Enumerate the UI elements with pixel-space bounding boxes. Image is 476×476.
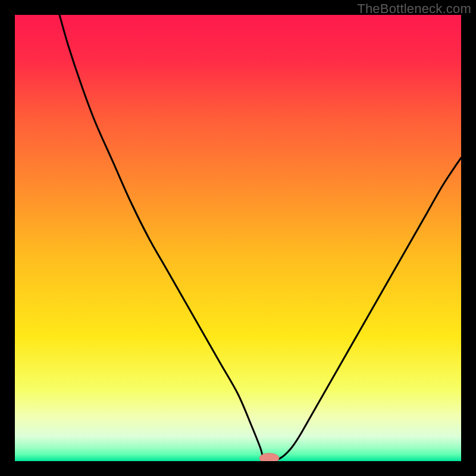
optimal-marker bbox=[259, 453, 279, 461]
plot-area bbox=[15, 15, 461, 461]
chart-svg bbox=[15, 15, 461, 461]
watermark-text: TheBottleneck.com bbox=[357, 1, 471, 17]
chart-frame: TheBottleneck.com bbox=[0, 0, 476, 476]
